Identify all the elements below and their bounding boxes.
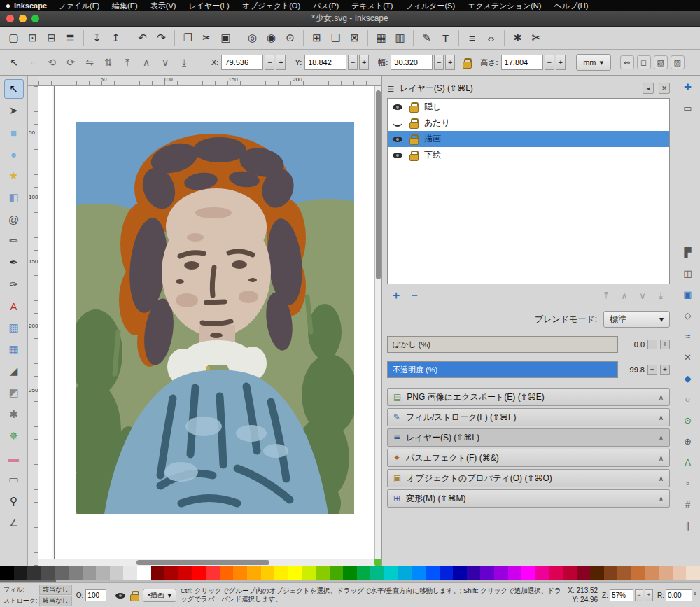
zoom-in-button[interactable]: + xyxy=(645,589,653,601)
eye-icon[interactable] xyxy=(393,151,403,160)
layer-row-atari[interactable]: あたり xyxy=(388,115,669,131)
vertical-ruler[interactable]: 50100150200250 xyxy=(28,86,38,566)
menu-item[interactable]: ファイル(F) xyxy=(58,1,99,11)
raise-layer-to-top-button[interactable]: ⤒ xyxy=(597,290,615,301)
palette-swatch[interactable] xyxy=(330,566,344,580)
palette-swatch[interactable] xyxy=(96,566,110,580)
palette-swatch[interactable] xyxy=(164,566,178,580)
snap-path-intersection-icon[interactable]: ✕ xyxy=(680,349,696,365)
layer-row-byouga-selected[interactable]: 描画 xyxy=(388,131,669,147)
export-icon[interactable]: ↥ xyxy=(106,29,125,47)
palette-swatch[interactable] xyxy=(412,566,426,580)
raise-to-top-icon[interactable]: ⤒ xyxy=(119,54,136,71)
layer-row-shitae[interactable]: 下絵 xyxy=(388,147,669,163)
lock-ratio-toggle[interactable] xyxy=(463,58,471,67)
palette-swatch[interactable] xyxy=(384,566,398,580)
cut-icon[interactable]: ✂ xyxy=(197,29,216,47)
height-decrement-button[interactable]: − xyxy=(545,55,554,70)
menu-item[interactable]: レイヤー(L) xyxy=(188,1,229,11)
palette-swatch[interactable] xyxy=(508,566,522,580)
x-increment-button[interactable]: + xyxy=(276,55,286,70)
zoom-selection-icon[interactable]: ◎ xyxy=(243,29,262,47)
menu-item[interactable]: ヘルプ(H) xyxy=(554,1,588,11)
palette-swatch[interactable] xyxy=(69,566,83,580)
palette-swatch[interactable] xyxy=(617,566,631,580)
measure-tool[interactable]: ∠ xyxy=(4,513,24,533)
rotate-cw-icon[interactable]: ⟳ xyxy=(62,54,79,71)
zoom-input[interactable] xyxy=(610,589,634,601)
snap-nodes-icon[interactable]: ◇ xyxy=(680,307,696,323)
text-tool[interactable]: A xyxy=(4,296,24,316)
add-layer-button[interactable]: ＋ xyxy=(387,288,405,303)
mesh-gradient-tool[interactable]: ▦ xyxy=(4,340,24,359)
palette-swatch[interactable] xyxy=(14,566,28,580)
dock-expander[interactable]: ✎ フィル/ストローク(F) (⇧⌘F) ∧ xyxy=(387,408,670,426)
document-properties-icon[interactable]: ✱ xyxy=(508,29,527,47)
fill-stroke-indicator[interactable]: フィル: 該当なし ストローク: 該当なし xyxy=(4,585,72,606)
snap-object-center-icon[interactable]: ⊙ xyxy=(680,412,696,428)
eye-icon[interactable] xyxy=(393,102,403,111)
menu-item[interactable]: フィルター(S) xyxy=(405,1,455,11)
remove-layer-button[interactable]: − xyxy=(405,289,424,302)
opacity-slider[interactable]: 不透明度 (%) xyxy=(387,361,618,378)
height-input[interactable] xyxy=(501,55,543,70)
menu-item[interactable]: パス(P) xyxy=(313,1,339,11)
collapse-chevron-icon[interactable]: ∧ xyxy=(659,454,664,462)
document-page[interactable] xyxy=(54,86,374,559)
collapse-chevron-icon[interactable]: ∧ xyxy=(659,495,664,503)
raise-layer-button[interactable]: ∧ xyxy=(615,291,634,301)
snap-bbox-icon[interactable]: ▭ xyxy=(680,99,696,116)
dock-collapse-button[interactable]: ◂ xyxy=(643,83,654,94)
palette-swatch[interactable] xyxy=(192,566,206,580)
layer-lock-toggle[interactable] xyxy=(130,591,139,600)
palette-swatch[interactable] xyxy=(41,566,55,580)
palette-swatch[interactable] xyxy=(220,566,234,580)
open-icon[interactable]: ⊡ xyxy=(23,29,42,47)
blur-slider[interactable]: ぼかし (%) xyxy=(387,336,618,353)
menu-item[interactable]: 編集(E) xyxy=(112,1,138,11)
palette-swatch[interactable] xyxy=(494,566,508,580)
palette-swatch[interactable] xyxy=(302,566,316,580)
palette-swatch[interactable] xyxy=(151,566,165,580)
palette-swatch[interactable] xyxy=(673,566,687,580)
transform-pattern-toggle-icon[interactable]: ▨ xyxy=(671,55,685,69)
palette-swatch[interactable] xyxy=(453,566,467,580)
xml-editor-icon[interactable]: ‹› xyxy=(482,29,500,47)
current-layer-dropdown[interactable]: •描画 ▾ xyxy=(143,589,176,602)
snap-rotation-center-icon[interactable]: ⊕ xyxy=(680,433,696,449)
collapse-chevron-icon[interactable]: ∧ xyxy=(659,414,664,421)
menu-item[interactable]: エクステンション(N) xyxy=(468,1,541,11)
canvas-viewport[interactable] xyxy=(38,86,374,559)
lock-icon[interactable] xyxy=(410,102,418,111)
palette-swatch[interactable] xyxy=(55,566,69,580)
collapse-chevron-icon[interactable]: ∧ xyxy=(659,393,664,401)
snap-cusp-node-icon[interactable]: ◆ xyxy=(680,370,696,386)
snap-toggle-icon[interactable]: ✚ xyxy=(680,78,696,95)
redo-icon[interactable]: ↷ xyxy=(152,29,171,47)
palette-swatch[interactable] xyxy=(83,566,97,580)
opacity-decrement-button[interactable]: − xyxy=(648,365,657,375)
palette-swatch[interactable] xyxy=(536,566,550,580)
calligraphy-tool[interactable]: ✑ xyxy=(4,274,24,294)
dock-close-button[interactable]: ✕ xyxy=(659,83,670,94)
connector-tool[interactable]: ▭ xyxy=(4,470,24,489)
y-input[interactable] xyxy=(304,55,346,70)
node-tool[interactable]: ➤ xyxy=(4,101,24,120)
menu-item[interactable]: テキスト(T) xyxy=(351,1,393,11)
palette-swatch[interactable] xyxy=(27,566,41,580)
pencil-tool[interactable]: ✏ xyxy=(4,231,24,251)
import-icon[interactable]: ↧ xyxy=(88,29,106,47)
opacity-increment-button[interactable]: + xyxy=(660,365,670,375)
save-icon[interactable]: ⊟ xyxy=(42,29,61,47)
girl-portrait-artwork[interactable] xyxy=(76,122,354,514)
ellipse-tool[interactable]: ● xyxy=(4,144,24,164)
zoom-drawing-icon[interactable]: ◉ xyxy=(262,29,281,47)
height-increment-button[interactable]: + xyxy=(556,55,566,70)
flip-horizontal-icon[interactable]: ⇋ xyxy=(81,54,98,71)
menu-item[interactable]: 表示(V) xyxy=(150,1,176,11)
palette-swatch[interactable] xyxy=(316,566,330,580)
eye-closed-icon[interactable] xyxy=(393,118,403,127)
horizontal-scrollbar-thumb[interactable] xyxy=(136,560,270,565)
lower-icon[interactable]: ∨ xyxy=(157,54,174,71)
rotation-input[interactable] xyxy=(666,589,692,601)
